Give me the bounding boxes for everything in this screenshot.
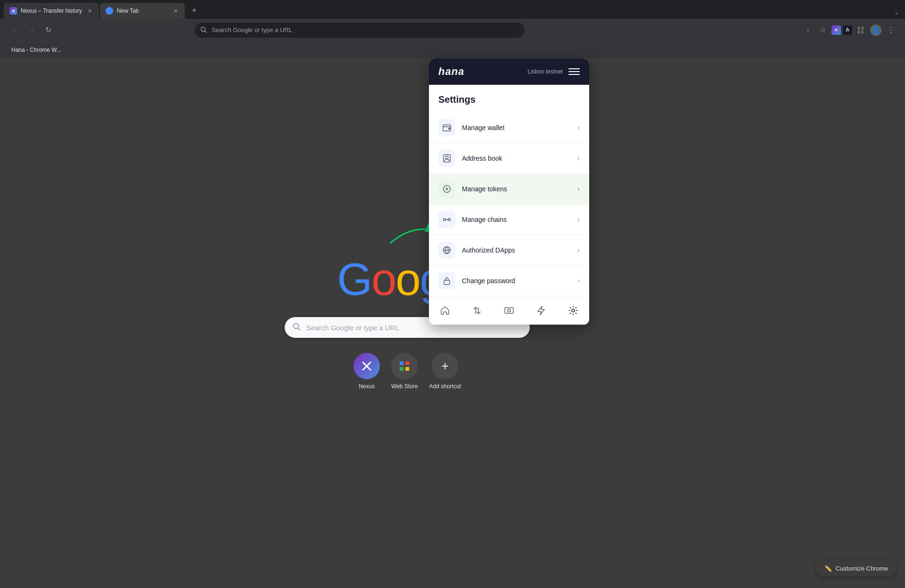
address-bar-search-icon bbox=[200, 26, 208, 34]
authorized-dapps-icon bbox=[438, 242, 455, 259]
bookmark-hana-label: Hana - Chrome W... bbox=[11, 47, 61, 53]
tab-new-tab-title: New Tab bbox=[117, 8, 168, 14]
tab-new-tab-close[interactable]: ✕ bbox=[172, 7, 179, 15]
bookmark-hana[interactable]: Hana - Chrome W... bbox=[8, 45, 65, 55]
bottom-nav-transfer[interactable] bbox=[469, 302, 485, 319]
tab-nexus-title: Nexus – Transfer history bbox=[21, 8, 82, 14]
settings-change-password[interactable]: Change password › bbox=[429, 266, 589, 296]
svg-rect-6 bbox=[405, 361, 409, 365]
shortcut-webstore[interactable]: Web Store bbox=[391, 353, 418, 390]
svg-rect-8 bbox=[405, 367, 409, 371]
address-book-icon bbox=[438, 150, 455, 167]
extensions-button[interactable] bbox=[854, 24, 867, 37]
wallet-panel: hana Lisbon testnet Settings bbox=[429, 58, 589, 325]
main-content: Google Search Google or type a URL bbox=[0, 58, 905, 588]
settings-title: Settings bbox=[429, 94, 589, 113]
address-bar[interactable]: Search Google or type a URL bbox=[195, 23, 525, 38]
svg-line-2 bbox=[205, 31, 207, 33]
manage-wallet-label: Manage wallet bbox=[462, 124, 577, 131]
bookmark-button[interactable]: ☆ bbox=[816, 24, 830, 37]
manage-tokens-icon bbox=[438, 180, 455, 197]
svg-point-22 bbox=[572, 309, 575, 312]
profile-button[interactable]: 👤 bbox=[869, 24, 882, 37]
manage-wallet-icon bbox=[438, 119, 455, 136]
network-badge: Lisbon testnet bbox=[527, 68, 563, 75]
tab-bar: ✕ Nexus – Transfer history ✕ New Tab ✕ +… bbox=[0, 0, 905, 19]
address-book-chevron: › bbox=[577, 154, 580, 163]
bottom-nav-settings[interactable] bbox=[565, 302, 582, 319]
bottom-nav-lightning[interactable] bbox=[533, 302, 550, 319]
manage-chains-icon bbox=[438, 211, 455, 228]
person-avatar-icon: 👤 bbox=[870, 24, 881, 36]
shortcut-add[interactable]: + Add shortcut bbox=[429, 353, 461, 390]
nexus-shortcut-icon bbox=[354, 353, 380, 379]
settings-authorized-dapps[interactable]: Authorized DApps › bbox=[429, 235, 589, 266]
svg-rect-11 bbox=[448, 128, 450, 130]
authorized-dapps-label: Authorized DApps bbox=[462, 246, 577, 254]
tab-nexus-close[interactable]: ✕ bbox=[86, 7, 93, 15]
add-shortcut-icon: + bbox=[432, 353, 458, 379]
back-button[interactable]: ← bbox=[8, 24, 21, 37]
new-tab-button[interactable]: + bbox=[188, 4, 201, 17]
shortcuts-row: Nexus Web Store + bbox=[354, 353, 461, 390]
bookmarks-bar: Hana - Chrome W... bbox=[0, 41, 905, 58]
forward-button[interactable]: → bbox=[25, 24, 38, 37]
add-shortcut-label: Add shortcut bbox=[429, 383, 461, 390]
settings-address-book[interactable]: Address book › bbox=[429, 143, 589, 174]
settings-manage-wallet[interactable]: Manage wallet › bbox=[429, 113, 589, 143]
svg-line-4 bbox=[298, 328, 300, 330]
tab-nexus[interactable]: ✕ Nexus – Transfer history ✕ bbox=[4, 3, 99, 19]
webstore-shortcut-label: Web Store bbox=[391, 383, 418, 390]
settings-manage-tokens[interactable]: Manage tokens › bbox=[429, 174, 589, 204]
svg-rect-5 bbox=[400, 361, 403, 365]
manage-tokens-label: Manage tokens bbox=[462, 185, 577, 193]
bottom-nav-home[interactable] bbox=[436, 302, 453, 319]
manage-chains-label: Manage chains bbox=[462, 216, 577, 223]
nexus-favicon-icon: ✕ bbox=[9, 7, 17, 15]
svg-rect-7 bbox=[400, 367, 403, 371]
settings-manage-chains[interactable]: Manage chains › bbox=[429, 204, 589, 235]
change-password-label: Change password bbox=[462, 277, 577, 285]
nexus-extension-icon[interactable]: ✕ bbox=[831, 25, 841, 35]
svg-point-3 bbox=[294, 323, 299, 328]
hamburger-menu-button[interactable] bbox=[568, 66, 580, 77]
address-bar-text: Search Google or type a URL bbox=[212, 26, 519, 33]
svg-rect-19 bbox=[444, 280, 450, 285]
customize-chrome-label: Customize Chrome bbox=[836, 565, 888, 572]
shortcut-nexus[interactable]: Nexus bbox=[354, 353, 380, 390]
svg-point-13 bbox=[445, 156, 448, 159]
customize-chrome-button[interactable]: ✏️ Customize Chrome bbox=[816, 560, 897, 577]
new-tab-favicon-icon bbox=[106, 7, 113, 15]
customize-chrome-icon: ✏️ bbox=[824, 565, 832, 572]
manage-wallet-chevron: › bbox=[577, 123, 580, 132]
nexus-shortcut-label: Nexus bbox=[359, 383, 375, 390]
search-bar-icon bbox=[292, 322, 301, 333]
tab-end-buttons: ⌄ bbox=[892, 8, 905, 19]
svg-point-0 bbox=[107, 8, 112, 13]
manage-chains-chevron: › bbox=[577, 215, 580, 224]
authorized-dapps-chevron: › bbox=[577, 246, 580, 254]
manage-tokens-chevron: › bbox=[577, 185, 580, 193]
settings-section: Settings Manage wallet › bbox=[429, 85, 589, 296]
bottom-nav-dollar[interactable] bbox=[501, 302, 518, 319]
hana-extension-icon[interactable]: h bbox=[843, 25, 852, 35]
address-bar-area: ← → ↻ Search Google or type a URL ↓ ☆ ✕ … bbox=[0, 19, 905, 41]
chrome-menu-button[interactable]: ⋮ bbox=[884, 24, 897, 37]
toolbar-right: ↓ ☆ ✕ h 👤 ⋮ bbox=[801, 24, 897, 37]
download-button[interactable]: ↓ bbox=[801, 24, 814, 37]
svg-point-21 bbox=[508, 309, 510, 312]
panel-bottom-nav bbox=[429, 296, 589, 325]
address-book-label: Address book bbox=[462, 155, 577, 162]
browser-frame: ✕ Nexus – Transfer history ✕ New Tab ✕ +… bbox=[0, 0, 905, 588]
svg-rect-20 bbox=[505, 308, 513, 313]
webstore-shortcut-icon bbox=[391, 353, 418, 379]
panel-header: hana Lisbon testnet bbox=[429, 58, 589, 85]
tab-new-tab[interactable]: New Tab ✕ bbox=[100, 3, 185, 19]
change-password-chevron: › bbox=[577, 277, 580, 285]
reload-button[interactable]: ↻ bbox=[41, 24, 55, 37]
search-bar-placeholder: Search Google or type a URL bbox=[306, 324, 399, 332]
tab-search-button[interactable]: ⌄ bbox=[892, 8, 901, 17]
hana-logo: hana bbox=[438, 65, 464, 78]
change-password-icon bbox=[438, 272, 455, 289]
